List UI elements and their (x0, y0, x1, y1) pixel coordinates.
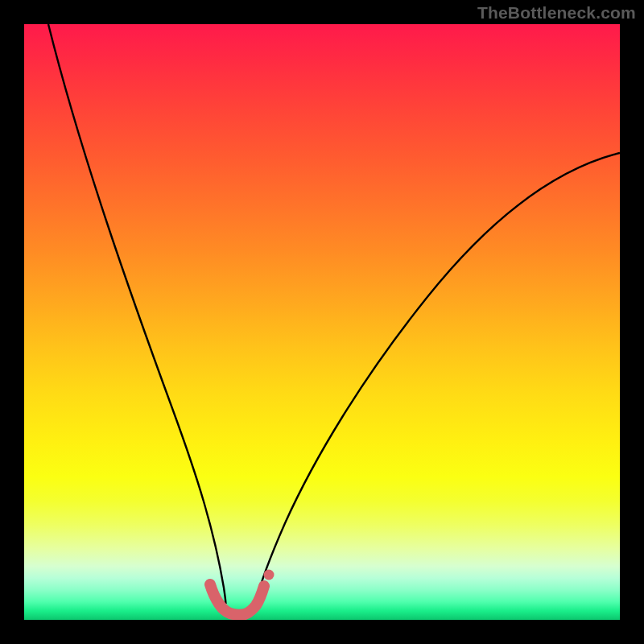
chart-frame: TheBottleneck.com (0, 0, 644, 644)
bottom-marker-dot (264, 570, 275, 580)
bottom-marker-path (210, 584, 264, 615)
right-curve-path (255, 153, 620, 604)
left-curve-path (48, 24, 226, 604)
watermark-text: TheBottleneck.com (477, 3, 636, 23)
heatmap-gradient-background (24, 24, 620, 620)
curve-overlay (24, 24, 620, 620)
